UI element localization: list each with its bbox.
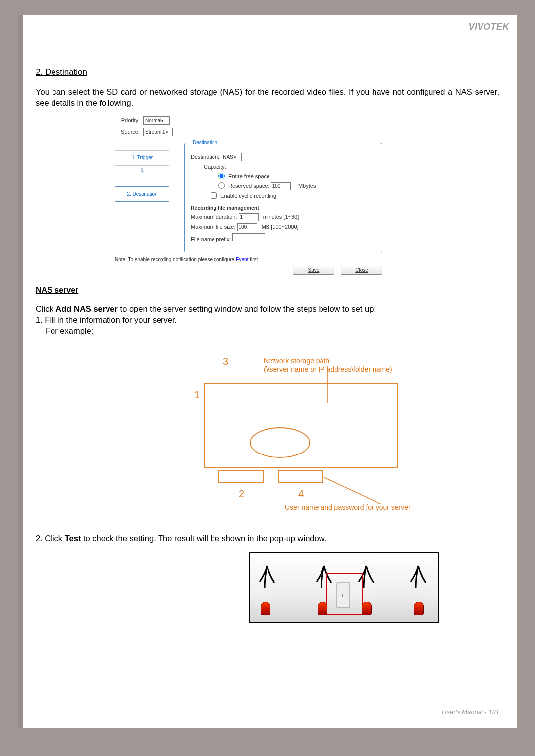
- filename-prefix-input[interactable]: [232, 233, 265, 241]
- bulb-icon: [261, 602, 270, 615]
- cyclic-recording-label: Enable cyclic recording: [220, 193, 276, 199]
- capacity-entire-radio[interactable]: [218, 173, 225, 179]
- capacity-entire-label: Entire free space: [228, 173, 269, 179]
- destination-legend: Destination: [191, 139, 219, 146]
- source-label: Source:: [115, 128, 140, 136]
- svg-line-6: [324, 477, 382, 504]
- svg-point-3: [250, 428, 310, 457]
- nas-diagram: 1 3 2 4 Network storage path(\\server na…: [36, 346, 499, 524]
- diagram-label-path: Network storage path(\\server name or IP…: [264, 357, 392, 374]
- max-filesize-label: Maximum file size:: [191, 224, 235, 230]
- capacity-label: Capacity:: [204, 163, 376, 171]
- test-popup-preview: [249, 552, 439, 623]
- priority-select[interactable]: Normal: [143, 116, 170, 125]
- event-link[interactable]: Event: [236, 257, 249, 262]
- page-footer: User's Manual - 131: [442, 708, 499, 716]
- nas-step1-line2: For example:: [36, 325, 499, 336]
- priority-label: Priority:: [115, 117, 140, 124]
- event-note: Note: To enable recording notification p…: [115, 256, 382, 263]
- reserved-unit: Mbytes: [298, 183, 316, 189]
- diagram-marker-3: 3: [223, 355, 228, 368]
- svg-rect-9: [342, 594, 343, 597]
- capacity-reserved-radio[interactable]: [218, 182, 225, 189]
- diagram-marker-1: 1: [194, 388, 200, 402]
- bulb-icon: [414, 602, 424, 615]
- max-duration-label: Maximum duration:: [191, 214, 237, 220]
- diagram-marker-2: 2: [239, 487, 244, 501]
- nas-step2: 2. Click Test to check the setting. The …: [36, 533, 499, 544]
- nas-step1-line1: 1. Fill in the information for your serv…: [36, 314, 499, 325]
- max-filesize-input[interactable]: 100: [237, 223, 257, 231]
- section-paragraph: You can select the SD card or networked …: [36, 86, 499, 108]
- diagram-label-auth: User name and password for your server: [285, 504, 411, 512]
- bulb-icon: [362, 602, 372, 615]
- max-duration-unit: minutes [1~30]: [263, 214, 299, 220]
- bulb-icon: [318, 602, 327, 615]
- section-heading: 2. Destination: [36, 67, 499, 78]
- diagram-marker-4: 4: [298, 487, 304, 501]
- svg-rect-0: [204, 383, 397, 467]
- close-button[interactable]: Close: [341, 266, 382, 275]
- destination-config-screenshot: Priority: Normal Source: Stream 1 1. Tri…: [115, 116, 382, 274]
- step-trigger[interactable]: 1. Trigger: [115, 150, 169, 166]
- destination-select[interactable]: NAS: [221, 153, 242, 161]
- filename-prefix-label: File name prefix:: [191, 236, 231, 242]
- max-duration-input[interactable]: 1: [239, 213, 259, 221]
- source-select[interactable]: Stream 1: [143, 128, 173, 136]
- reserved-space-input[interactable]: 100: [271, 182, 291, 190]
- nas-intro: Click Add NAS server to open the server …: [36, 303, 499, 314]
- svg-rect-4: [219, 471, 264, 483]
- destination-label: Destination:: [191, 154, 219, 160]
- file-management-heading: Recording file management: [191, 204, 376, 211]
- save-button[interactable]: Save: [293, 266, 334, 275]
- step-destination[interactable]: 2. Destination: [115, 186, 169, 202]
- step-arrow-icon: ⬇: [135, 166, 150, 175]
- destination-fieldset: Destination Destination: NAS Capacity: E…: [184, 139, 382, 252]
- svg-rect-5: [278, 471, 323, 483]
- cyclic-recording-checkbox[interactable]: [211, 192, 217, 199]
- max-filesize-unit: MB [100~2000]: [262, 224, 299, 230]
- capacity-reserved-label: Reserved space:: [228, 183, 269, 189]
- brand-logo: VIVOTEK: [468, 22, 509, 32]
- nas-heading: NAS server: [36, 285, 499, 296]
